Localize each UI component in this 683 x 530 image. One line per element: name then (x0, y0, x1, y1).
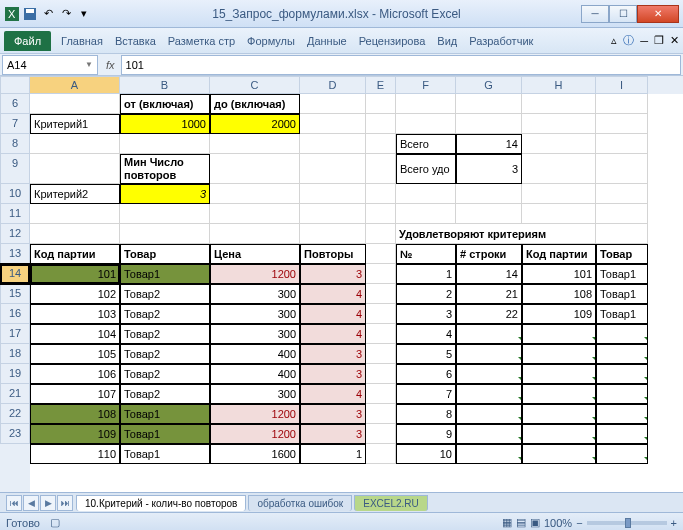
cell[interactable]: 8 (396, 404, 456, 424)
row-header[interactable]: 10 (0, 184, 30, 204)
sheet-tab[interactable]: EXCEL2.RU (354, 495, 428, 511)
zoom-value[interactable]: 100% (544, 517, 572, 529)
cell[interactable]: Код партии (522, 244, 596, 264)
cell[interactable]: 10 (396, 444, 456, 464)
cell[interactable]: Товар1 (120, 264, 210, 284)
cell[interactable] (596, 404, 648, 424)
cell[interactable] (456, 384, 522, 404)
cell[interactable]: Мин Число повторов (120, 154, 210, 184)
cell[interactable] (120, 134, 210, 154)
cell[interactable]: 3 (300, 364, 366, 384)
cell[interactable]: Товар1 (596, 304, 648, 324)
cell[interactable]: 14 (456, 264, 522, 284)
cell[interactable] (120, 204, 210, 224)
cell[interactable] (366, 184, 396, 204)
select-all[interactable] (0, 76, 30, 94)
row-header[interactable]: 23 (0, 424, 30, 444)
cell[interactable]: 2 (396, 284, 456, 304)
cell[interactable]: 2000 (210, 114, 300, 134)
cell[interactable] (30, 134, 120, 154)
cell[interactable] (396, 114, 456, 134)
save-icon[interactable] (22, 6, 38, 22)
cell[interactable]: до (включая) (210, 94, 300, 114)
cell[interactable]: от (включая) (120, 94, 210, 114)
cell[interactable] (596, 204, 648, 224)
cell[interactable] (596, 184, 648, 204)
cell[interactable] (456, 94, 522, 114)
fx-icon[interactable]: fx (100, 59, 121, 71)
cell[interactable] (596, 384, 648, 404)
cell[interactable]: Товар2 (120, 304, 210, 324)
cell[interactable]: Товар2 (120, 324, 210, 344)
view-normal-icon[interactable]: ▦ (502, 516, 512, 529)
ribbon-tab[interactable]: Данные (301, 31, 353, 51)
cell[interactable]: 103 (30, 304, 120, 324)
cell[interactable] (596, 324, 648, 344)
cell[interactable]: 3 (300, 404, 366, 424)
close-button[interactable]: ✕ (637, 5, 679, 23)
undo-icon[interactable]: ↶ (40, 6, 56, 22)
cell[interactable] (210, 154, 300, 184)
cell[interactable] (522, 94, 596, 114)
mdi-min-icon[interactable]: ─ (640, 35, 648, 47)
cell[interactable]: 6 (396, 364, 456, 384)
zoom-out[interactable]: − (576, 517, 582, 529)
cell[interactable]: 5 (396, 344, 456, 364)
view-break-icon[interactable]: ▣ (530, 516, 540, 529)
col-header[interactable]: C (210, 76, 300, 94)
ribbon-tab[interactable]: Главная (55, 31, 109, 51)
file-tab[interactable]: Файл (4, 31, 51, 51)
cell[interactable]: 3 (300, 424, 366, 444)
cell[interactable]: 7 (396, 384, 456, 404)
cell[interactable]: Товар1 (596, 284, 648, 304)
cell[interactable] (210, 134, 300, 154)
col-header[interactable]: E (366, 76, 396, 94)
cell[interactable]: 4 (300, 284, 366, 304)
cell[interactable]: 1200 (210, 404, 300, 424)
cell[interactable]: 1000 (120, 114, 210, 134)
cell[interactable]: # строки (456, 244, 522, 264)
cell[interactable]: Код партии (30, 244, 120, 264)
cell[interactable]: 4 (300, 324, 366, 344)
cell[interactable]: Товар2 (120, 284, 210, 304)
cell[interactable] (30, 224, 120, 244)
cell[interactable] (366, 424, 396, 444)
cell[interactable]: 108 (522, 284, 596, 304)
cell[interactable] (456, 324, 522, 344)
cell[interactable] (366, 444, 396, 464)
cell[interactable] (456, 114, 522, 134)
cell[interactable]: 300 (210, 384, 300, 404)
cell[interactable]: 3 (120, 184, 210, 204)
cell[interactable]: Критерий1 (30, 114, 120, 134)
row-header[interactable]: 13 (0, 244, 30, 264)
cell[interactable] (522, 404, 596, 424)
ribbon-tab[interactable]: Рецензирова (353, 31, 432, 51)
cell[interactable] (456, 404, 522, 424)
cell[interactable] (596, 134, 648, 154)
cell[interactable] (366, 384, 396, 404)
row-header[interactable]: 18 (0, 344, 30, 364)
cell[interactable] (596, 424, 648, 444)
col-header[interactable]: B (120, 76, 210, 94)
cell[interactable] (596, 444, 648, 464)
cell[interactable] (366, 94, 396, 114)
cell[interactable] (522, 114, 596, 134)
cell[interactable] (366, 264, 396, 284)
row-header[interactable]: 21 (0, 384, 30, 404)
col-header[interactable]: F (396, 76, 456, 94)
cell[interactable]: 1600 (210, 444, 300, 464)
macro-icon[interactable]: ▢ (50, 516, 60, 529)
row-header[interactable]: 19 (0, 364, 30, 384)
cell[interactable]: 105 (30, 344, 120, 364)
cell[interactable]: 300 (210, 304, 300, 324)
ribbon-tab[interactable]: Вставка (109, 31, 162, 51)
cell[interactable]: 106 (30, 364, 120, 384)
cell[interactable] (300, 134, 366, 154)
cell[interactable]: 4 (300, 384, 366, 404)
cell[interactable] (596, 364, 648, 384)
col-header[interactable]: D (300, 76, 366, 94)
cell[interactable]: 3 (300, 264, 366, 284)
cell[interactable]: Товар2 (120, 344, 210, 364)
cell[interactable]: 1200 (210, 424, 300, 444)
cell[interactable] (522, 324, 596, 344)
